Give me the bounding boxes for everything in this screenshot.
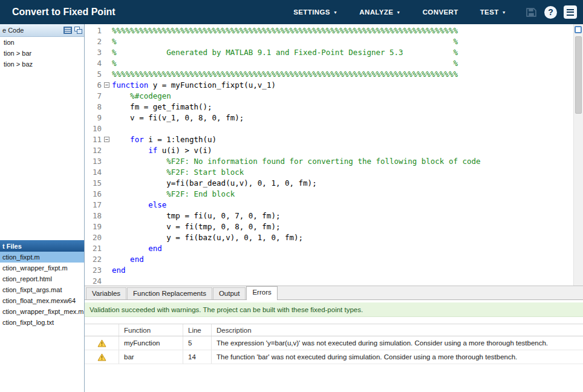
fold-gutter: [102, 25, 112, 36]
fold-toggle-icon[interactable]: −: [104, 82, 109, 88]
menu-settings[interactable]: SETTINGS▼: [293, 8, 337, 16]
line-number[interactable]: 23: [85, 265, 102, 276]
line-number[interactable]: 5: [85, 69, 102, 80]
source-code-header: e Code: [0, 24, 84, 37]
file-item-ction-fixpt-log-txt[interactable]: ction_fixpt_log.txt: [0, 317, 84, 328]
fold-gutter: [102, 123, 112, 134]
line-number[interactable]: 16: [85, 189, 102, 200]
line-number[interactable]: 17: [85, 200, 102, 211]
file-item-ction-report-html[interactable]: ction_report.html: [0, 273, 84, 284]
code-editor[interactable]: 1%%%%%%%%%%%%%%%%%%%%%%%%%%%%%%%%%%%%%%%…: [85, 24, 583, 286]
code-line: 5%%%%%%%%%%%%%%%%%%%%%%%%%%%%%%%%%%%%%%%…: [85, 69, 583, 80]
tree-view-icon[interactable]: [74, 27, 82, 34]
tab-variables[interactable]: Variables: [86, 287, 126, 299]
code-line: 17 else: [85, 200, 583, 211]
tab-output[interactable]: Output: [213, 287, 246, 299]
line-number[interactable]: 10: [85, 123, 102, 134]
file-item-ction-wrapper-fixpt-m[interactable]: ction_wrapper_fixpt.m: [0, 263, 84, 273]
line-number[interactable]: 18: [85, 211, 102, 221]
help-icon[interactable]: ?: [544, 6, 557, 19]
file-item-ction-float-mex-mexw64[interactable]: ction_float_mex.mexw64: [0, 295, 84, 306]
issues-header-row: Function Line Description: [85, 324, 583, 336]
tab-errors[interactable]: Errors: [246, 286, 277, 300]
code-text: v = fi(v_1, 0, 8, 0, fm);: [112, 113, 583, 123]
code-line: 8 fm = get_fimath();: [85, 102, 583, 113]
code-text: % %: [112, 58, 583, 69]
line-number[interactable]: 7: [85, 91, 102, 102]
titlebar-icons: ?: [524, 5, 583, 19]
line-number[interactable]: 11: [85, 134, 102, 145]
issue-icon-cell: [85, 350, 119, 364]
fold-gutter: [102, 113, 112, 123]
line-number[interactable]: 1: [85, 25, 102, 36]
fold-toggle-icon[interactable]: −: [104, 137, 109, 142]
fold-gutter: [102, 254, 112, 265]
line-number[interactable]: 8: [85, 102, 102, 113]
chevron-down-icon: ▼: [502, 10, 506, 15]
line-number[interactable]: 22: [85, 254, 102, 265]
menu-analyze[interactable]: ANALYZE▼: [359, 8, 400, 16]
line-number[interactable]: 4: [85, 58, 102, 69]
code-text: y = fi(baz(u,v), 0, 1, 0, fm);: [112, 232, 583, 243]
line-number[interactable]: 20: [85, 232, 102, 243]
fold-gutter: [102, 189, 112, 200]
code-line: 11− for i = 1:length(u): [85, 134, 583, 145]
sidebar-item-tion-baz[interactable]: tion > baz: [0, 59, 84, 70]
save-icon[interactable]: [524, 5, 538, 19]
tab-function-replacements[interactable]: Function Replacements: [127, 287, 212, 299]
validation-banner-text: Validation succeeded with warnings. The …: [90, 306, 363, 313]
code-text: %%%%%%%%%%%%%%%%%%%%%%%%%%%%%%%%%%%%%%%%…: [112, 69, 583, 80]
list-view-icon[interactable]: [64, 27, 72, 34]
line-number[interactable]: 24: [85, 276, 102, 286]
file-item-ction-fixpt-m[interactable]: ction_fixpt.m: [0, 252, 84, 263]
issue-row[interactable]: myFunction5The expression 'y=bar(u,v)' w…: [85, 336, 583, 350]
issue-line: 5: [183, 336, 212, 350]
page-title: Convert to Fixed Point: [0, 7, 116, 18]
fold-gutter: [102, 167, 112, 178]
scrollbar-thumb[interactable]: [575, 36, 582, 114]
line-number[interactable]: 15: [85, 178, 102, 189]
fold-gutter: [102, 265, 112, 276]
source-code-header-label: e Code: [2, 27, 24, 34]
code-text: else: [112, 200, 583, 211]
output-files-header-label: t Files: [2, 243, 22, 250]
issues-body: myFunction5The expression 'y=bar(u,v)' w…: [85, 336, 583, 364]
code-line: 3% Generated by MATLAB 9.1 and Fixed-Poi…: [85, 47, 583, 58]
line-number[interactable]: 3: [85, 47, 102, 58]
line-number[interactable]: 21: [85, 243, 102, 254]
menu-test[interactable]: TEST▼: [480, 8, 506, 16]
file-item-ction-wrapper-fixpt-mex-m[interactable]: ction_wrapper_fixpt_mex.m: [0, 306, 84, 317]
hamburger-menu-icon[interactable]: [564, 5, 577, 19]
code-text: end: [112, 243, 583, 254]
code-text: [112, 123, 583, 134]
col-header-line[interactable]: Line: [183, 324, 212, 336]
sidebar-item-tion[interactable]: tion: [0, 37, 84, 48]
sidebar: e Code tiontion > bartion > baz t Files …: [0, 24, 85, 392]
warning-icon: [97, 353, 106, 361]
chevron-down-icon: ▼: [396, 10, 400, 15]
col-header-function[interactable]: Function: [119, 324, 183, 336]
menu-convert[interactable]: CONVERT: [423, 8, 458, 16]
line-number[interactable]: 13: [85, 156, 102, 167]
editor-scrollbar[interactable]: [573, 24, 583, 286]
file-items: ction_fixpt.mction_wrapper_fixpt.mction_…: [0, 252, 84, 328]
line-number[interactable]: 2: [85, 36, 102, 47]
warning-icon: [97, 339, 106, 347]
issue-row[interactable]: bar14The function 'bar' was not executed…: [85, 350, 583, 364]
code-analyzer-indicator[interactable]: [575, 26, 582, 33]
main-content: e Code tiontion > bartion > baz t Files …: [0, 24, 583, 392]
fold-gutter: [102, 232, 112, 243]
file-item-ction-fixpt-args-mat[interactable]: ction_fixpt_args.mat: [0, 284, 84, 295]
code-line: 6−function y = myFunction_fixpt(u,v_1): [85, 80, 583, 91]
line-number[interactable]: 12: [85, 145, 102, 156]
save-icon-glyph: [526, 7, 536, 18]
line-number[interactable]: 19: [85, 221, 102, 232]
line-number[interactable]: 9: [85, 113, 102, 123]
col-header-description[interactable]: Description: [212, 324, 583, 336]
code-line: 9 v = fi(v_1, 0, 8, 0, fm);: [85, 113, 583, 123]
sidebar-item-tion-bar[interactable]: tion > bar: [0, 48, 84, 59]
code-line: 4% %: [85, 58, 583, 69]
line-number[interactable]: 6: [85, 80, 102, 91]
line-number[interactable]: 14: [85, 167, 102, 178]
titlebar: Convert to Fixed Point SETTINGS▼ANALYZE▼…: [0, 0, 583, 24]
